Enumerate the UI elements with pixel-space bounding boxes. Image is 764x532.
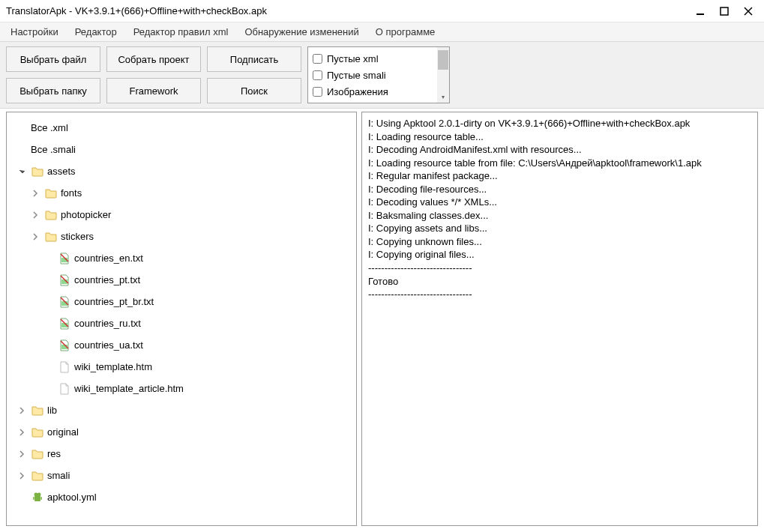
svg-rect-17 xyxy=(33,497,34,500)
tree-item-16[interactable]: smali xyxy=(10,465,353,486)
filter-row-1[interactable]: Пустые smali xyxy=(313,67,433,83)
tree-item-8[interactable]: countries_pt_br.txt xyxy=(10,291,353,312)
txt-special-icon xyxy=(58,273,71,287)
expander-closed-icon[interactable] xyxy=(31,232,40,241)
scroll-down-button[interactable]: ▾ xyxy=(437,91,449,103)
expander-closed-icon[interactable] xyxy=(31,211,40,220)
svg-rect-14 xyxy=(34,496,40,501)
window-controls xyxy=(695,6,758,16)
tree-item-label: countries_pt.txt xyxy=(74,274,140,285)
filter-label-0: Пустые xml xyxy=(327,53,379,64)
tree-item-label: res xyxy=(47,448,61,459)
filter-checkbox-2[interactable] xyxy=(313,87,322,97)
tree-item-11[interactable]: wiki_template.htm xyxy=(10,356,353,378)
toolbar-buttons: Выбрать файлСобрать проектПодписатьВыбра… xyxy=(6,46,301,103)
tree-item-17[interactable]: apktool.yml xyxy=(10,486,353,508)
expander-closed-icon[interactable] xyxy=(17,428,26,437)
expander-open-icon[interactable] xyxy=(17,167,26,176)
log-line-7: I: Baksmaling classes.dex... xyxy=(368,209,751,223)
toolbar-button-0[interactable]: Выбрать файл xyxy=(6,46,100,72)
tree-item-3[interactable]: fonts xyxy=(10,182,353,204)
filter-row-0[interactable]: Пустые xml xyxy=(313,50,433,67)
menu-item-4[interactable]: О программе xyxy=(373,25,439,39)
tree-item-13[interactable]: lib xyxy=(10,399,353,421)
folder-icon xyxy=(44,187,58,200)
log-line-11: -------------------------------- xyxy=(368,262,751,275)
tree-item-label: photopicker xyxy=(61,209,111,220)
tree-item-label: stickers xyxy=(61,231,94,242)
expander-blank xyxy=(17,124,26,133)
filter-label-2: Изображения xyxy=(327,86,388,97)
log-line-1: I: Loading resource table... xyxy=(368,130,751,144)
expander-blank xyxy=(17,145,26,154)
tree-item-label: assets xyxy=(47,166,76,177)
log-line-6: I: Decoding values */* XMLs... xyxy=(368,196,751,209)
tree-item-0[interactable]: Все .xml xyxy=(10,117,353,139)
maximize-button[interactable] xyxy=(719,6,730,16)
toolbar-button-4[interactable]: Framework xyxy=(106,78,201,103)
filter-label-1: Пустые smali xyxy=(327,70,386,81)
menu-item-0[interactable]: Настройки xyxy=(7,25,61,39)
tree-item-label: countries_ua.txt xyxy=(74,339,143,351)
tree-item-9[interactable]: countries_ru.txt xyxy=(10,312,353,334)
svg-point-16 xyxy=(37,492,41,496)
tree-item-label: countries_pt_br.txt xyxy=(74,296,154,307)
tree-item-label: apktool.yml xyxy=(47,492,97,503)
txt-special-icon xyxy=(58,317,71,330)
txt-special-icon xyxy=(58,295,71,309)
toolbar: Выбрать файлСобрать проектПодписатьВыбра… xyxy=(0,42,764,109)
tree-item-4[interactable]: photopicker xyxy=(10,204,353,226)
tree-item-label: lib xyxy=(47,405,57,416)
file-icon xyxy=(58,360,71,374)
close-button[interactable] xyxy=(743,6,754,16)
tree-panel[interactable]: Все .xmlВсе .smaliassetsfontsphotopicker… xyxy=(6,112,357,526)
scrollbar-thumb[interactable] xyxy=(438,50,448,70)
log-line-8: I: Copying assets and libs... xyxy=(368,222,751,235)
txt-special-icon xyxy=(58,339,71,352)
toolbar-button-3[interactable]: Выбрать папку xyxy=(6,78,100,103)
tree-item-6[interactable]: countries_en.txt xyxy=(10,247,353,269)
expander-blank xyxy=(44,384,53,393)
tree-item-label: smali xyxy=(47,470,70,481)
expander-closed-icon[interactable] xyxy=(17,471,26,480)
log-line-3: I: Loading resource table from file: C:\… xyxy=(368,157,751,170)
log-panel[interactable]: I: Using Apktool 2.0.1-dirty on VK+3.9.1… xyxy=(361,112,758,526)
toolbar-button-2[interactable]: Подписать xyxy=(207,46,301,72)
tree-item-5[interactable]: stickers xyxy=(10,226,353,247)
android-icon xyxy=(31,491,44,504)
folder-icon xyxy=(31,165,44,178)
toolbar-button-1[interactable]: Собрать проект xyxy=(106,46,201,72)
expander-blank xyxy=(44,297,53,306)
tree-item-label: Все .xml xyxy=(31,122,68,133)
menu-item-1[interactable]: Редактор xyxy=(72,25,120,39)
tree-item-1[interactable]: Все .smali xyxy=(10,139,353,160)
tree-item-14[interactable]: original xyxy=(10,421,353,443)
log-line-5: I: Decoding file-resources... xyxy=(368,183,751,196)
folder-icon xyxy=(44,208,58,222)
tree-item-7[interactable]: countries_pt.txt xyxy=(10,269,353,291)
menu-item-3[interactable]: Обнаружение изменений xyxy=(241,25,361,39)
filter-row-2[interactable]: Изображения xyxy=(313,83,433,100)
log-line-0: I: Using Apktool 2.0.1-dirty on VK+3.9.1… xyxy=(368,117,751,130)
tree-item-2[interactable]: assets xyxy=(10,160,353,182)
expander-closed-icon[interactable] xyxy=(17,450,26,459)
filter-checkbox-0[interactable] xyxy=(313,54,322,64)
tree-item-label: countries_en.txt xyxy=(74,253,143,264)
toolbar-button-5[interactable]: Поиск xyxy=(207,78,301,103)
menu-item-2[interactable]: Редактор правил xml xyxy=(130,25,232,39)
tree-item-12[interactable]: wiki_template_article.htm xyxy=(10,378,353,399)
tree-item-15[interactable]: res xyxy=(10,443,353,465)
expander-closed-icon[interactable] xyxy=(17,406,26,415)
filter-checkbox-1[interactable] xyxy=(313,70,322,80)
log-line-4: I: Regular manifest package... xyxy=(368,169,751,183)
tree-item-label: Все .smali xyxy=(31,144,76,155)
tree-item-10[interactable]: countries_ua.txt xyxy=(10,334,353,356)
expander-blank xyxy=(44,276,53,285)
tree-item-label: wiki_template_article.htm xyxy=(74,383,184,394)
txt-special-icon xyxy=(58,252,71,265)
expander-closed-icon[interactable] xyxy=(31,189,40,198)
filter-scrollbar[interactable]: ▾ xyxy=(437,47,449,103)
folder-icon xyxy=(44,230,58,244)
filter-listbox[interactable]: Пустые xmlПустые smaliИзображения ▾ xyxy=(307,46,450,103)
minimize-button[interactable] xyxy=(695,6,706,16)
